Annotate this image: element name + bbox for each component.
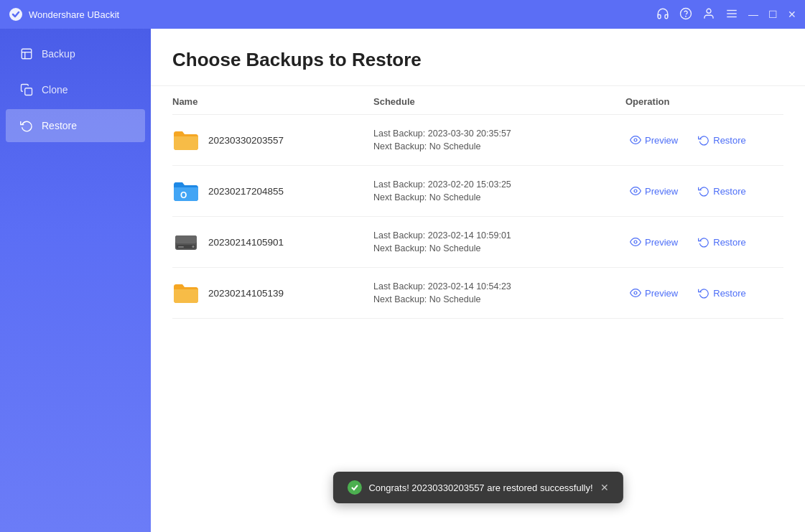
table-area: Name Schedule Operation 20230330203557 — [151, 86, 805, 532]
restore-action-icon — [698, 287, 709, 299]
svg-point-11 — [634, 190, 637, 192]
preview-button-1[interactable]: Preview — [625, 131, 682, 149]
col-schedule: Schedule — [373, 96, 625, 107]
folder-icon-1 — [172, 126, 200, 154]
next-backup-3: Next Backup: No Schedule — [373, 243, 625, 253]
restore-button-1[interactable]: Restore — [694, 131, 750, 149]
table-row: 20230214105901 Last Backup: 2023-02-14 1… — [172, 217, 783, 268]
name-cell-2: O 20230217204855 — [172, 177, 373, 205]
schedule-cell-4: Last Backup: 2023-02-14 10:54:23 Next Ba… — [373, 281, 625, 304]
folder-icon-2: O — [172, 177, 200, 205]
name-cell-4: 20230214105139 — [172, 279, 373, 307]
svg-rect-13 — [175, 235, 197, 243]
backup-name-2: 20230217204855 — [208, 186, 284, 197]
backup-icon — [20, 47, 33, 60]
clone-icon — [20, 83, 33, 96]
eye-icon — [630, 185, 641, 197]
operation-cell-2: Preview Restore — [625, 182, 783, 200]
backup-label: Backup — [42, 48, 75, 60]
sidebar: Backup Clone Restore — [0, 29, 151, 532]
table-row: 20230214105139 Last Backup: 2023-02-14 1… — [172, 268, 783, 319]
svg-point-15 — [192, 246, 195, 248]
page-title: Choose Backups to Restore — [172, 49, 783, 71]
toast-close-button[interactable]: ✕ — [600, 482, 609, 493]
preview-button-3[interactable]: Preview — [625, 233, 682, 251]
table-row: 20230330203557 Last Backup: 2023-03-30 2… — [172, 115, 783, 166]
backup-name-3: 20230214105901 — [208, 237, 284, 248]
restore-button-3[interactable]: Restore — [694, 233, 750, 251]
title-bar: Wondershare UBackit — [0, 0, 805, 29]
app-logo-icon — [9, 7, 23, 22]
next-backup-2: Next Backup: No Schedule — [373, 192, 625, 202]
preview-button-2[interactable]: Preview — [625, 182, 682, 200]
restore-icon — [20, 119, 33, 132]
next-backup-4: Next Backup: No Schedule — [373, 294, 625, 304]
col-name: Name — [172, 96, 373, 107]
last-backup-1: Last Backup: 2023-03-30 20:35:57 — [373, 129, 625, 139]
operation-cell-1: Preview Restore — [625, 131, 783, 149]
last-backup-2: Last Backup: 2023-02-20 15:03:25 — [373, 179, 625, 190]
window-controls: — ☐ ✕ — [656, 7, 796, 22]
restore-action-icon — [698, 185, 709, 197]
svg-point-3 — [707, 9, 711, 13]
toast-notification: Congrats! 20230330203557 are restored su… — [332, 472, 623, 503]
sidebar-item-restore[interactable]: Restore — [6, 109, 145, 142]
headset-icon[interactable] — [656, 7, 669, 22]
operation-cell-3: Preview Restore — [625, 233, 783, 251]
restore-action-icon — [698, 236, 709, 248]
name-cell-3: 20230214105901 — [172, 228, 373, 256]
clone-label: Clone — [42, 84, 68, 95]
schedule-cell-2: Last Backup: 2023-02-20 15:03:25 Next Ba… — [373, 179, 625, 202]
toast-check-icon — [347, 480, 361, 495]
col-operation: Operation — [625, 96, 783, 107]
restore-button-4[interactable]: Restore — [694, 284, 750, 302]
svg-rect-8 — [25, 88, 32, 95]
sidebar-item-clone[interactable]: Clone — [6, 73, 145, 106]
next-backup-1: Next Backup: No Schedule — [373, 141, 625, 151]
minimize-button[interactable]: — — [748, 9, 758, 20]
svg-point-1 — [681, 8, 692, 19]
svg-text:O: O — [180, 190, 187, 200]
name-cell-1: 20230330203557 — [172, 126, 373, 154]
svg-point-17 — [634, 241, 637, 243]
schedule-cell-3: Last Backup: 2023-02-14 10:59:01 Next Ba… — [373, 230, 625, 253]
schedule-cell-1: Last Backup: 2023-03-30 20:35:57 Next Ba… — [373, 129, 625, 151]
app-title: Wondershare UBackit — [29, 9, 119, 20]
restore-label: Restore — [42, 120, 77, 131]
operation-cell-4: Preview Restore — [625, 284, 783, 302]
preview-button-4[interactable]: Preview — [625, 284, 682, 302]
table-row: O 20230217204855 Last Backup: 2023-02-20… — [172, 166, 783, 217]
svg-point-9 — [634, 139, 637, 141]
title-bar-left: Wondershare UBackit — [9, 7, 119, 22]
sidebar-item-backup[interactable]: Backup — [6, 37, 145, 70]
maximize-button[interactable]: ☐ — [768, 9, 778, 20]
svg-rect-7 — [22, 49, 32, 59]
eye-icon — [630, 287, 641, 299]
content-area: Choose Backups to Restore Name Schedule … — [151, 29, 805, 532]
restore-action-icon — [698, 134, 709, 146]
folder-icon-4 — [172, 279, 200, 307]
svg-point-18 — [634, 291, 637, 294]
svg-rect-16 — [178, 246, 184, 248]
main-layout: Backup Clone Restore Choose Backup — [0, 29, 805, 532]
last-backup-4: Last Backup: 2023-02-14 10:54:23 — [373, 281, 625, 291]
last-backup-3: Last Backup: 2023-02-14 10:59:01 — [373, 230, 625, 241]
menu-icon[interactable] — [725, 7, 738, 22]
eye-icon — [630, 236, 641, 248]
eye-icon — [630, 134, 641, 146]
folder-icon-3 — [172, 228, 200, 256]
backup-name-4: 20230214105139 — [208, 288, 284, 299]
table-header: Name Schedule Operation — [172, 86, 783, 115]
user-icon[interactable] — [702, 7, 715, 22]
help-icon[interactable] — [679, 7, 692, 22]
content-header: Choose Backups to Restore — [151, 29, 805, 86]
backup-name-1: 20230330203557 — [208, 135, 284, 146]
toast-message: Congrats! 20230330203557 are restored su… — [368, 482, 592, 493]
restore-button-2[interactable]: Restore — [694, 182, 750, 200]
close-button[interactable]: ✕ — [788, 9, 796, 20]
